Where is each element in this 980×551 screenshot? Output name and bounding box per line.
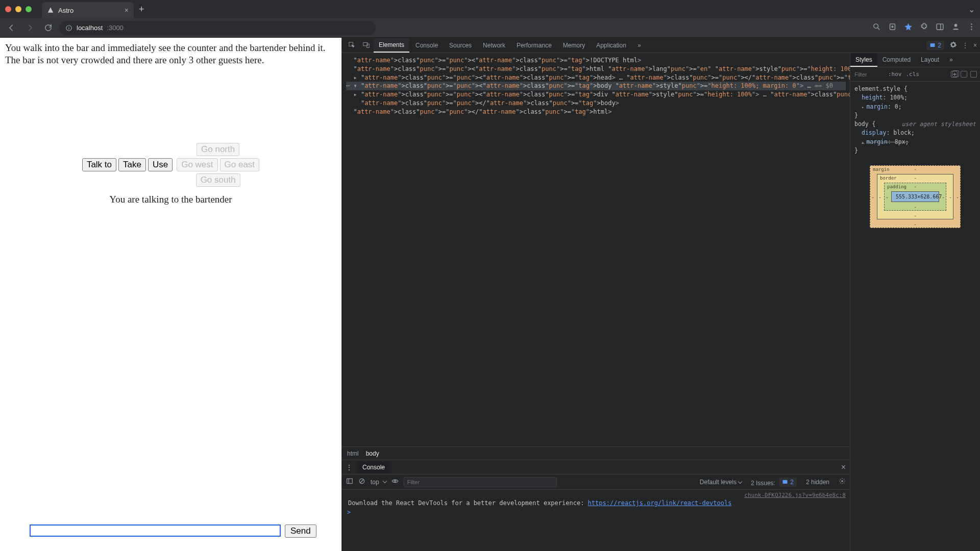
devtools-panel: Elements Console Sources Network Perform… xyxy=(342,38,980,551)
style-rules[interactable]: element.style {height: 100%;margin: 0;}b… xyxy=(850,82,980,158)
levels-selector[interactable]: Default levels xyxy=(700,479,742,486)
svg-rect-16 xyxy=(347,479,353,483)
tab-sources[interactable]: Sources xyxy=(444,39,477,52)
console-settings-icon[interactable] xyxy=(839,478,846,486)
tab-more-icon[interactable]: » xyxy=(632,39,646,52)
dom-tree[interactable]: "attr-name">class"punc">="punc"><"attr-n… xyxy=(342,53,850,446)
site-info-icon[interactable] xyxy=(65,24,72,32)
styles-pane-icon[interactable] xyxy=(970,71,977,78)
issues-label[interactable]: 2 Issues: 2 xyxy=(751,478,797,487)
cls-toggle[interactable]: .cls xyxy=(906,71,920,78)
go-east-button[interactable]: Go east xyxy=(220,158,260,171)
drawer-tab-console[interactable]: Console xyxy=(357,462,390,473)
toolbar-actions xyxy=(872,22,976,33)
breadcrumb-item[interactable]: html xyxy=(347,450,359,457)
tab-favicon-icon xyxy=(47,7,54,14)
back-button[interactable] xyxy=(4,21,18,35)
box-model-content: 555.333×628.667 xyxy=(891,191,939,202)
zoom-icon[interactable] xyxy=(872,22,881,33)
go-north-button[interactable]: Go north xyxy=(197,143,239,156)
go-west-button[interactable]: Go west xyxy=(177,158,217,171)
styles-tab-more-icon[interactable]: » xyxy=(944,53,958,67)
live-expression-icon[interactable] xyxy=(391,478,399,486)
svg-point-8 xyxy=(954,24,958,27)
tab-elements[interactable]: Elements xyxy=(374,38,409,53)
drawer-close-icon[interactable]: × xyxy=(841,463,846,472)
tab-network[interactable]: Network xyxy=(478,39,510,52)
devtools-body: "attr-name">class"punc">="punc"><"attr-n… xyxy=(342,53,980,551)
titlebar: Astro × + ⌄ xyxy=(0,0,980,18)
forward-button[interactable] xyxy=(22,21,37,35)
breadcrumb-item[interactable]: body xyxy=(366,450,379,457)
inspect-element-icon[interactable] xyxy=(345,39,358,52)
menu-icon[interactable] xyxy=(967,22,976,33)
tab-console[interactable]: Console xyxy=(410,39,443,52)
message-input[interactable] xyxy=(30,524,281,537)
console-prompt[interactable]: > xyxy=(342,508,850,517)
narrative-text: You walk into the bar and immediately se… xyxy=(0,38,341,66)
styles-filter-input[interactable] xyxy=(853,71,884,78)
direction-column: Go north Go west Go east Go south xyxy=(177,143,259,187)
context-selector[interactable]: top xyxy=(371,479,386,486)
browser-tab[interactable]: Astro × xyxy=(42,2,134,18)
tab-memory[interactable]: Memory xyxy=(558,39,590,52)
url-port: :3000 xyxy=(107,24,124,32)
styles-tab-styles[interactable]: Styles xyxy=(850,53,877,67)
action-row: Talk to Take Use xyxy=(82,158,173,171)
log-link[interactable]: https://reactjs.org/link/react-devtools xyxy=(588,499,732,507)
issues-badge[interactable]: 2 xyxy=(926,41,944,50)
message-row: Send xyxy=(0,524,341,551)
tab-close-icon[interactable]: × xyxy=(125,6,129,14)
svg-point-22 xyxy=(841,480,843,482)
svg-point-2 xyxy=(68,26,69,27)
console-drawer: ⋮ Console × top Default levels 2 xyxy=(342,460,850,551)
breadcrumb[interactable]: html body xyxy=(342,446,850,460)
styles-tab-computed[interactable]: Computed xyxy=(877,53,916,67)
svg-point-20 xyxy=(394,480,396,482)
styles-tab-layout[interactable]: Layout xyxy=(916,53,944,67)
profile-icon[interactable] xyxy=(951,22,960,33)
log-message: Download the React DevTools for a better… xyxy=(342,498,850,508)
use-button[interactable]: Use xyxy=(148,158,173,171)
settings-icon[interactable] xyxy=(949,41,957,50)
drawer-menu-icon[interactable]: ⋮ xyxy=(346,464,352,471)
sidebar-toggle-icon[interactable] xyxy=(346,478,353,486)
extensions-icon[interactable] xyxy=(920,22,928,33)
devtools-menu-icon[interactable]: ⋮ xyxy=(962,42,968,49)
sidepanel-icon[interactable] xyxy=(936,22,944,33)
window-chevron-icon[interactable]: ⌄ xyxy=(968,5,975,14)
close-window-button[interactable] xyxy=(5,6,11,12)
install-icon[interactable] xyxy=(888,22,897,33)
issues-count: 2 xyxy=(938,42,941,49)
svg-rect-21 xyxy=(783,480,788,484)
talk-to-button[interactable]: Talk to xyxy=(82,158,116,171)
hidden-count: 2 hidden xyxy=(806,479,829,486)
tab-application[interactable]: Application xyxy=(591,39,631,52)
bookmark-icon[interactable] xyxy=(904,22,913,33)
tab-performance[interactable]: Performance xyxy=(511,39,557,52)
styles-pane-icon[interactable] xyxy=(961,71,967,78)
controls-area: Talk to Take Use Go north Go west Go eas… xyxy=(0,143,341,525)
reload-button[interactable] xyxy=(41,21,55,35)
maximize-window-button[interactable] xyxy=(26,6,32,12)
minimize-window-button[interactable] xyxy=(15,6,21,12)
svg-line-4 xyxy=(878,28,880,30)
box-model[interactable]: margin - - - - border - - - - xyxy=(870,165,961,228)
hov-toggle[interactable]: :hov xyxy=(888,71,902,78)
status-text: You are talking to the bartender xyxy=(109,194,232,205)
console-filter-input[interactable] xyxy=(404,477,557,487)
styles-pane: Styles Computed Layout » :hov .cls + ele… xyxy=(850,53,980,551)
devtools-close-icon[interactable]: × xyxy=(973,42,977,49)
new-tab-button[interactable]: + xyxy=(139,4,144,15)
send-button[interactable]: Send xyxy=(285,524,316,538)
clear-console-icon[interactable] xyxy=(358,478,365,486)
address-bar[interactable]: localhost:3000 xyxy=(59,21,376,35)
workspace: You walk into the bar and immediately se… xyxy=(0,38,980,551)
device-toggle-icon[interactable] xyxy=(359,39,373,52)
new-style-rule-icon[interactable]: + xyxy=(951,71,958,78)
go-south-button[interactable]: Go south xyxy=(196,173,240,187)
take-button[interactable]: Take xyxy=(118,158,146,171)
svg-point-11 xyxy=(971,29,972,30)
log-source[interactable]: chunk-DFKQJ226.js?v=9e6b4e8c:8 xyxy=(342,492,850,498)
svg-line-19 xyxy=(360,480,364,483)
